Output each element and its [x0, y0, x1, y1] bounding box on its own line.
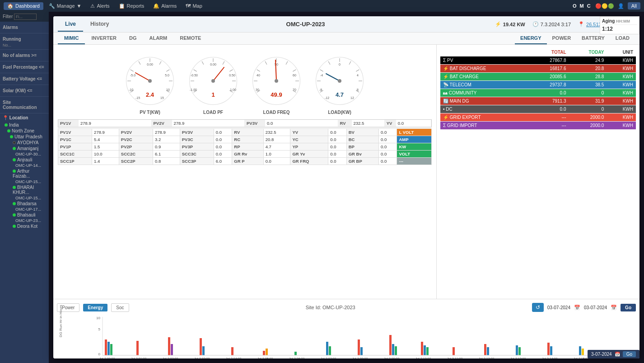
energy-row-community: 🏘 COMMUNITY 0.0 0 KWH	[440, 89, 636, 97]
section-battery-title[interactable]: Battery Voltage <=	[3, 75, 46, 83]
svg-text:10: 10	[96, 316, 100, 320]
svg-text:0: 0	[98, 352, 101, 356]
running-note: No...	[3, 43, 46, 47]
svg-rect-105	[487, 347, 489, 355]
gauge-load-pf: 0.00 -0.50 0.50 -1.00 1.00	[186, 54, 240, 115]
loc-omc-up-15a[interactable]: OMC-UP-15...	[3, 179, 46, 184]
bottom-date-bar: 3-07-2024 📅 Go	[588, 350, 639, 358]
loc-omc-up-14[interactable]: OMC-UP-14...	[3, 163, 46, 168]
svg-text:0.00: 0.00	[210, 63, 216, 66]
section-no-alarms: No of alarms >=	[0, 50, 49, 61]
right-tab-energy[interactable]: ENERGY	[515, 33, 546, 44]
sidebar: Filter Alarms Running No... No of alarms…	[0, 12, 49, 363]
omc-label: O M C	[573, 3, 592, 9]
svg-rect-83	[110, 344, 112, 355]
section-fuel-title[interactable]: Fuel Percentage <=	[3, 63, 46, 71]
sidebar-filter[interactable]: Filter	[0, 12, 49, 22]
loc-omc-up-17[interactable]: OMC-UP-17...	[3, 207, 46, 212]
tab-live[interactable]: Live	[58, 17, 83, 32]
nav-map[interactable]: 🗺 Map	[182, 2, 205, 9]
chart-site-id: Site Id: OMC-UP-2023	[306, 305, 355, 310]
svg-text:-4: -4	[320, 74, 323, 77]
tab-history[interactable]: History	[83, 17, 116, 32]
loc-bharai[interactable]: BHARAI KHUR...	[3, 184, 46, 195]
loc-anjrauli[interactable]: Anjrauli	[3, 157, 46, 163]
svg-text:0.50: 0.50	[229, 74, 235, 77]
chart-go-button[interactable]: Go	[621, 304, 636, 311]
svg-text:1.00: 1.00	[230, 88, 236, 91]
svg-text:70: 70	[293, 88, 296, 91]
lightning-icon: ⚡	[495, 21, 501, 27]
svg-rect-103	[453, 347, 455, 355]
svg-rect-109	[550, 346, 552, 355]
loc-omc-up-30[interactable]: OMC-UP-30...	[3, 151, 46, 157]
section-solar-title[interactable]: Solar (KW) <=	[3, 87, 46, 94]
loc-omc-up-15b[interactable]: OMC-UP-15...	[3, 195, 46, 201]
section-alarms-title[interactable]: Alarms	[3, 24, 46, 31]
svg-text:Jul-3 15:00: Jul-3 15:00	[574, 357, 589, 358]
clock-icon: 🕐	[532, 21, 539, 27]
nav-alarms[interactable]: 🔔 Alarms	[149, 2, 180, 10]
loc-bhalsauli[interactable]: Bhalsauli	[3, 212, 46, 218]
sensor-pv2v: PV2V 278.9	[152, 120, 245, 127]
chart-svg: DG Run Hr in Hours 10 5 0	[57, 315, 636, 358]
svg-text:Jul-3 01:00: Jul-3 01:00	[131, 357, 147, 358]
svg-rect-107	[518, 347, 521, 355]
svg-text:-8: -8	[319, 88, 322, 91]
nav-alerts[interactable]: ⚠ Alerts	[87, 2, 113, 10]
nav-manage[interactable]: 🔧 Manage ▼	[45, 2, 85, 10]
chart-tab-energy[interactable]: Energy	[83, 304, 107, 311]
sub-tab-mimic[interactable]: MIMIC	[58, 33, 85, 44]
bottom-go-button[interactable]: Go	[623, 351, 636, 357]
chart-date-to-label: 03-07-2024	[584, 305, 607, 310]
section-no-alarms-title[interactable]: No of alarms >=	[3, 52, 46, 59]
svg-rect-95	[358, 339, 360, 355]
loc-deora-kot[interactable]: Deora Kot	[3, 223, 46, 229]
nav-alerts-label: Alerts	[97, 3, 109, 9]
chart-tab-soc[interactable]: Soc	[111, 303, 129, 312]
loc-amaniganj[interactable]: Amaniganj	[3, 146, 46, 151]
chart-refresh-button[interactable]: ↺	[532, 303, 544, 312]
loc-omc-up-23[interactable]: OMC-UP-23...	[3, 218, 46, 223]
loc-ayodhya[interactable]: AYODHYA	[3, 140, 46, 146]
section-site-comm-title[interactable]: Site Communication	[3, 99, 46, 111]
location-title: 📍 Location	[3, 115, 46, 120]
nav-reports[interactable]: 📋 Reports	[115, 2, 148, 10]
sub-tab-dg[interactable]: DG	[123, 33, 143, 44]
sub-tab-alarm[interactable]: ALARM	[143, 33, 174, 44]
section-site-comm: Site Communication	[0, 97, 49, 113]
gauge-pv-label: PV T(KW)	[140, 110, 160, 115]
col-header-today: TODAY	[569, 48, 607, 57]
section-alarms: Alarms	[0, 22, 49, 33]
loc-arthur[interactable]: Arthur Faizab...	[3, 168, 46, 179]
alarms-icon: 🔔	[153, 3, 159, 9]
bottom-calendar-icon: 📅	[615, 352, 620, 357]
aging-value: 1:12	[602, 26, 637, 32]
svg-text:10: 10	[166, 88, 170, 91]
loc-bhadarsa[interactable]: Bhadarsa	[3, 201, 46, 207]
loc-north-zone[interactable]: North Zone	[3, 128, 46, 134]
energy-row-dc: • DC 0.0 0 KWH	[440, 105, 636, 113]
right-tab-power[interactable]: POWER	[547, 33, 577, 44]
sub-tab-inverter[interactable]: INVERTER	[85, 33, 123, 44]
all-label[interactable]: All	[628, 2, 640, 9]
section-running-title[interactable]: Running	[3, 35, 46, 43]
svg-rect-88	[202, 346, 205, 355]
gauges-panel: 0.00 -5.0 5.0 -10 10 -15 15	[53, 45, 436, 299]
svg-rect-96	[360, 347, 363, 355]
gauge-pv-svg: 0.00 -5.0 5.0 -10 10 -15 15	[123, 54, 177, 108]
svg-point-37	[211, 79, 215, 83]
svg-text:5: 5	[98, 327, 101, 331]
gauge-load-value: 4.7	[336, 91, 344, 98]
gauge-load-label: LOAD(KW)	[328, 110, 351, 115]
nav-dashboard[interactable]: 🏠 Dashboard	[4, 2, 43, 10]
svg-text:5.0: 5.0	[165, 74, 169, 77]
modal: Live History OMC-UP-2023 ⚡ 19.42 KW 🕐 7.…	[53, 16, 639, 358]
filter-input[interactable]	[14, 14, 37, 20]
chart-header: Power Energy Soc Site Id: OMC-UP-2023 ↺ …	[57, 303, 636, 312]
modal-tabs: Live History	[58, 17, 116, 32]
sub-tab-remote[interactable]: REMOTE	[173, 33, 207, 44]
loc-india[interactable]: India	[3, 122, 46, 128]
svg-rect-93	[326, 342, 328, 355]
loc-uttar-pradesh[interactable]: Uttar Pradesh	[3, 134, 46, 140]
